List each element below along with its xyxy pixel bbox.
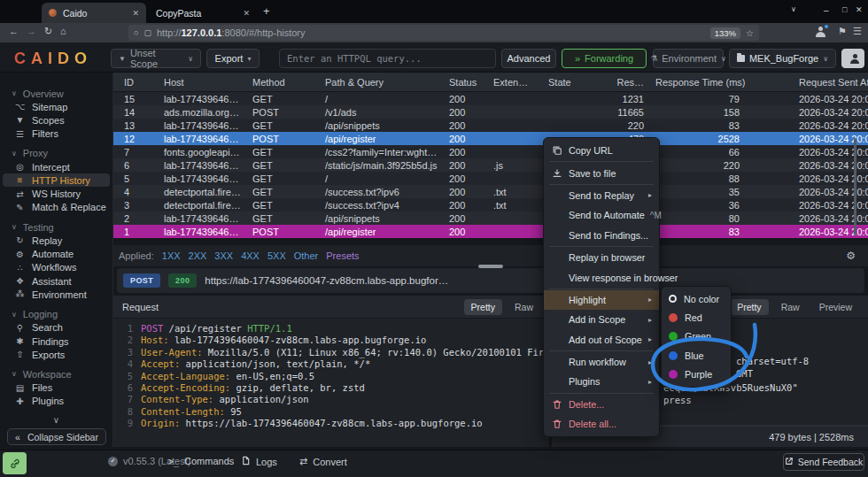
filter-other[interactable]: Other (294, 250, 319, 261)
close-window-button[interactable]: ✕ (856, 5, 863, 14)
sidebar-item-exports[interactable]: ⇧Exports (3, 348, 110, 361)
commands-button[interactable]: >_ Commands (168, 456, 234, 466)
submenu-item-green[interactable]: Green (662, 327, 731, 346)
menu-item-highlight[interactable]: Highlight▸ (544, 290, 659, 310)
col-ext[interactable]: Exten… (489, 77, 544, 88)
scope-dropdown[interactable]: ▼ Unset Scope ∨ (111, 49, 201, 68)
export-dropdown[interactable]: Export ▾ (206, 49, 260, 68)
shield-icon[interactable]: ○ (134, 28, 138, 37)
sidebar-item-filters[interactable]: ☰Filters (3, 127, 110, 141)
submenu-item-red[interactable]: Red (662, 308, 731, 327)
sidebar-item-http-history[interactable]: ≡HTTP History (3, 173, 110, 187)
logs-button[interactable]: Logs (241, 456, 277, 467)
table-row[interactable]: 13lab-177439646…GET/api/snippets20022083… (113, 119, 868, 132)
reload-icon[interactable]: ↻ (44, 26, 52, 37)
sidebar-item-replay[interactable]: ↻Replay (3, 234, 110, 247)
forward-icon[interactable]: → (27, 26, 36, 36)
table-row[interactable]: 3detectportal.fire…GET/success.txt?ipv42… (113, 198, 868, 212)
col-path[interactable]: Path & Query (321, 77, 438, 88)
sidebar-item-ws-history[interactable]: ⇄WS History (3, 187, 110, 200)
menu-item-save-to-file[interactable]: Save to file (544, 163, 659, 182)
tab-preview[interactable]: Preview (812, 299, 859, 315)
sidebar-item-automate[interactable]: ⚙Automate (3, 247, 110, 260)
filter-4xx[interactable]: 4XX (241, 250, 260, 261)
hamburger-menu-icon[interactable]: ☰ (853, 26, 862, 37)
browser-tab-caido[interactable]: Caido ✕ (42, 3, 146, 23)
user-button[interactable] (841, 49, 864, 68)
menu-item-delete-all[interactable]: Delete all... (544, 414, 659, 434)
menu-item-delete[interactable]: Delete... (544, 395, 659, 414)
col-status[interactable]: Status (438, 77, 489, 88)
advanced-button[interactable]: Advanced (501, 49, 556, 68)
filter-presets[interactable]: Presets (326, 250, 359, 261)
filter-3xx[interactable]: 3XX (214, 250, 233, 261)
col-res[interactable]: Res… (598, 77, 651, 88)
connection-link-button[interactable] (3, 452, 27, 474)
menu-item-add-out-of-scope[interactable]: Add out of Scope▸ (544, 330, 659, 350)
submenu-item-no-color[interactable]: No color (662, 289, 731, 308)
environment-dropdown[interactable]: ⚗ Environment ∨ (653, 49, 724, 68)
account-icon[interactable] (815, 27, 826, 38)
sidebar-item-plugins[interactable]: ✚Plugins (3, 395, 110, 408)
submenu-item-blue[interactable]: Blue (662, 346, 731, 365)
tab-raw[interactable]: Raw (774, 299, 807, 315)
table-row[interactable]: 2lab-177439646…GET/api/snippets200802026… (113, 212, 868, 225)
tabs-chevron-icon[interactable]: ∨ (791, 5, 796, 13)
sidebar-item-intercept[interactable]: ◎Intercept (3, 160, 110, 173)
table-row-selected-purple[interactable]: 1lab-177439646…POST/api/register20083202… (113, 225, 868, 238)
convert-button[interactable]: ⇄ Convert (299, 456, 347, 467)
page-info-icon[interactable]: ▢ (143, 28, 151, 37)
collapse-sidebar-button[interactable]: « Collapse Sidebar (7, 428, 106, 445)
bookmark-star-icon[interactable]: ☆ (746, 28, 754, 38)
sidebar-group-overview[interactable]: ∨Overview (0, 87, 112, 100)
filter-5xx[interactable]: 5XX (267, 250, 286, 261)
browser-tab-copypasta[interactable]: CopyPasta ✕ (149, 3, 257, 23)
back-icon[interactable]: ← (9, 26, 19, 36)
request-editor[interactable]: 1POST /api/register HTTP/1.1 2Host: lab-… (113, 319, 549, 447)
sidebar-group-proxy[interactable]: ∨Proxy (0, 147, 112, 160)
tab-raw[interactable]: Raw (508, 299, 540, 315)
table-scrollbar[interactable] (854, 138, 856, 235)
url-bar[interactable]: ○ ▢ http://127.0.0.1:8080/#/http-history… (128, 25, 759, 41)
menu-item-view-response-in-browser[interactable]: View response in browser (544, 267, 659, 287)
col-sent[interactable]: Request Sent At (747, 77, 868, 88)
minimize-button[interactable]: – (824, 5, 829, 15)
sidebar-item-scopes[interactable]: ▼Scopes (3, 113, 110, 127)
sidebar-item-match-replace[interactable]: ✎Match & Replace (3, 201, 110, 214)
httpql-query-input[interactable] (279, 49, 496, 68)
col-rtime[interactable]: Response Time (ms) (651, 77, 747, 88)
menu-item-add-in-scope[interactable]: Add in Scope▸ (544, 310, 659, 329)
sidebar-group-workspace[interactable]: ∨Workspace (0, 367, 112, 381)
sidebar-item-workflows[interactable]: ∴Workflows (3, 261, 110, 274)
menu-item-plugins[interactable]: Plugins▸ (544, 372, 659, 391)
table-row[interactable]: 6lab-177439646…GET/static/js/main.3f925b… (113, 158, 868, 172)
table-row-selected-blue[interactable]: 12lab-177439646…POST/api/register2004792… (113, 132, 868, 145)
col-host[interactable]: Host (159, 77, 248, 88)
tab-pretty[interactable]: Pretty (464, 299, 502, 315)
close-tab-icon[interactable]: ✕ (132, 9, 139, 18)
extension-flag-icon[interactable]: ⚑ (838, 26, 847, 37)
menu-item-send-to-automate[interactable]: Send to Automate^M (544, 205, 659, 225)
sidebar-item-environment[interactable]: ⁂Environment (3, 288, 110, 301)
table-row[interactable]: 5lab-177439646…GET/200882026-03-24 20:0 (113, 172, 868, 185)
new-tab-button[interactable]: + (263, 4, 270, 18)
table-row[interactable]: 14ads.mozilla.org…POST/v1/ads20011665158… (113, 105, 868, 119)
sidebar-item-sitemap[interactable]: ⌥Sitemap (3, 100, 110, 113)
send-feedback-button[interactable]: Send Feedback (783, 453, 864, 471)
project-dropdown[interactable]: MEK_BugForge ∨ (729, 49, 836, 68)
submenu-item-purple[interactable]: Purple (662, 365, 731, 384)
menu-item-replay-in-browser[interactable]: Replay in browser (544, 248, 659, 267)
sidebar-group-logging[interactable]: ∨Logging (0, 308, 112, 321)
menu-item-send-to-findings[interactable]: Send to Findings... (544, 226, 659, 245)
table-row[interactable]: 15lab-177439646…GET/2001231792026-03-24 … (113, 92, 868, 105)
table-header[interactable]: ID Host Method Path & Query Status Exten… (113, 73, 868, 92)
menu-item-send-to-replay[interactable]: Send to Replay▸ (544, 186, 659, 205)
home-icon[interactable]: ⌂ (60, 26, 66, 36)
forwarding-button[interactable]: » Forwarding (562, 49, 647, 68)
menu-item-run-workflow[interactable]: Run workflow▸ (544, 352, 659, 372)
filter-2xx[interactable]: 2XX (189, 250, 207, 261)
tab-pretty[interactable]: Pretty (730, 299, 768, 315)
sidebar-item-findings[interactable]: ✱Findings (3, 335, 110, 348)
sidebar-group-testing[interactable]: ∨Testing (0, 220, 112, 234)
table-row[interactable]: 4detectportal.fire…GET/success.txt?ipv62… (113, 185, 868, 198)
